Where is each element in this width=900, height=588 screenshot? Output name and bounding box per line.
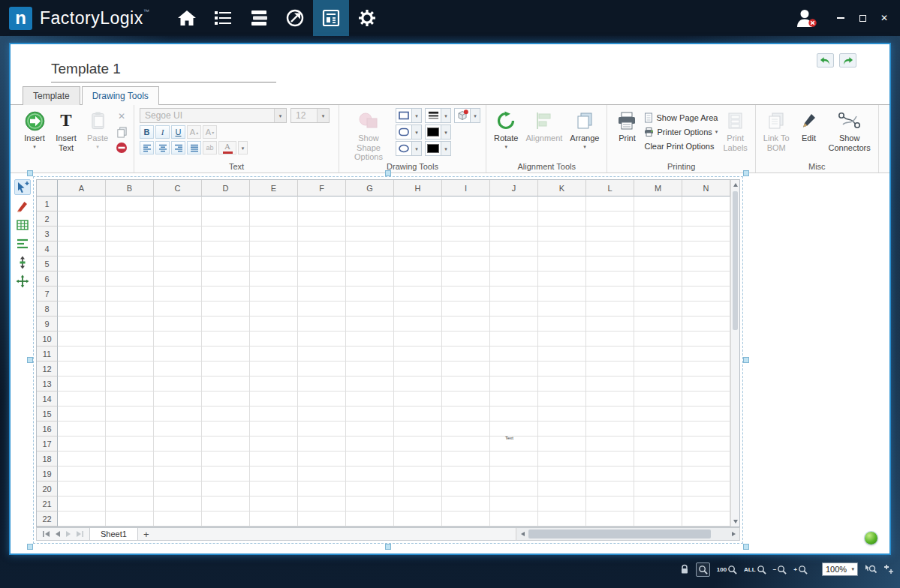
cell-K22[interactable] (538, 512, 586, 526)
cell-A1[interactable] (58, 196, 106, 212)
cell-L16[interactable] (586, 422, 634, 436)
cell-M22[interactable] (634, 512, 682, 526)
row-header-17[interactable]: 17 (37, 436, 58, 452)
cell-N22[interactable] (682, 512, 730, 526)
cell-B18[interactable] (106, 452, 154, 466)
cell-F6[interactable] (298, 272, 346, 286)
cell-E16[interactable] (250, 422, 298, 436)
cell-G21[interactable] (346, 496, 394, 512)
cell-C12[interactable] (154, 362, 202, 376)
cell-L14[interactable] (586, 392, 634, 406)
cell-I3[interactable] (442, 226, 490, 242)
cell-J9[interactable] (490, 316, 538, 332)
cell-L10[interactable] (586, 332, 634, 346)
cell-M13[interactable] (634, 376, 682, 392)
row-header-14[interactable]: 14 (37, 392, 58, 406)
cell-M10[interactable] (634, 332, 682, 346)
cell-J22[interactable] (490, 512, 538, 526)
resize-tool-button[interactable] (14, 254, 31, 270)
horizontal-scroll-thumb[interactable] (528, 530, 711, 538)
paste-button[interactable]: Paste ▾ (83, 108, 112, 152)
cell-H5[interactable] (394, 256, 442, 272)
cell-B19[interactable] (106, 466, 154, 482)
cell-G20[interactable] (346, 482, 394, 496)
cell-D18[interactable] (202, 452, 250, 466)
cell-K4[interactable] (538, 242, 586, 256)
show-connectors-button[interactable]: Show Connectors (826, 108, 873, 154)
link-to-bom-button[interactable]: Link To BOM (761, 108, 792, 154)
cell-H14[interactable] (394, 392, 442, 406)
cell-E5[interactable] (250, 256, 298, 272)
cell-M7[interactable] (634, 286, 682, 302)
cell-K6[interactable] (538, 272, 586, 286)
cell-A14[interactable] (58, 392, 106, 406)
cell-G19[interactable] (346, 466, 394, 482)
cell-I13[interactable] (442, 376, 490, 392)
cell-A5[interactable] (58, 256, 106, 272)
cell-B4[interactable] (106, 242, 154, 256)
table-tool-button[interactable] (14, 217, 31, 232)
cell-G13[interactable] (346, 376, 394, 392)
cell-J7[interactable] (490, 286, 538, 302)
cell-B10[interactable] (106, 332, 154, 346)
cell-C11[interactable] (154, 346, 202, 362)
cell-H20[interactable] (394, 482, 442, 496)
cell-E11[interactable] (250, 346, 298, 362)
cell-C8[interactable] (154, 302, 202, 316)
cell-H9[interactable] (394, 316, 442, 332)
cell-G7[interactable] (346, 286, 394, 302)
alignment-button[interactable]: Alignment (523, 108, 564, 145)
cell-M3[interactable] (634, 226, 682, 242)
cell-A12[interactable] (58, 362, 106, 376)
cell-B22[interactable] (106, 512, 154, 526)
cell-E10[interactable] (250, 332, 298, 346)
cell-D12[interactable] (202, 362, 250, 376)
selection-handle-bottom-right[interactable] (743, 544, 749, 550)
cell-C2[interactable] (154, 212, 202, 226)
selection-handle-bottom-left[interactable] (27, 544, 33, 550)
cell-D17[interactable] (202, 436, 250, 452)
cell-C1[interactable] (154, 196, 202, 212)
grid-corner-cell[interactable] (37, 180, 58, 196)
row-header-22[interactable]: 22 (37, 512, 58, 526)
cell-K7[interactable] (538, 286, 586, 302)
cell-G5[interactable] (346, 256, 394, 272)
row-header-10[interactable]: 10 (37, 332, 58, 346)
cell-H11[interactable] (394, 346, 442, 362)
cell-F3[interactable] (298, 226, 346, 242)
cell-I15[interactable] (442, 406, 490, 422)
zoom-out-button[interactable]: − (773, 565, 787, 574)
cell-K14[interactable] (538, 392, 586, 406)
cell-H15[interactable] (394, 406, 442, 422)
cell-B5[interactable] (106, 256, 154, 272)
cell-I2[interactable] (442, 212, 490, 226)
cell-C17[interactable] (154, 436, 202, 452)
cell-J21[interactable] (490, 496, 538, 512)
zoom-100-button[interactable]: 100 (717, 565, 737, 574)
nav-logistics-button[interactable] (277, 0, 313, 36)
align-center-button[interactable] (155, 141, 170, 154)
nav-production-button[interactable] (205, 0, 241, 36)
row-header-9[interactable]: 9 (37, 316, 58, 332)
line-color-dropdown[interactable]: ▾ (441, 124, 451, 140)
row-header-16[interactable]: 16 (37, 422, 58, 436)
shrink-font-button[interactable]: A▾ (203, 125, 217, 139)
cell-A21[interactable] (58, 496, 106, 512)
cell-C7[interactable] (154, 286, 202, 302)
grow-font-button[interactable]: A▴ (187, 125, 201, 139)
cell-F17[interactable] (298, 436, 346, 452)
cell-M16[interactable] (634, 422, 682, 436)
cell-A9[interactable] (58, 316, 106, 332)
nav-materials-button[interactable] (241, 0, 277, 36)
row-header-15[interactable]: 15 (37, 406, 58, 422)
cell-M11[interactable] (634, 346, 682, 362)
cell-J20[interactable] (490, 482, 538, 496)
cell-N10[interactable] (682, 332, 730, 346)
font-size-combo[interactable]: 12 ▾ (290, 108, 330, 123)
cell-L19[interactable] (586, 466, 634, 482)
cell-L13[interactable] (586, 376, 634, 392)
cell-K18[interactable] (538, 452, 586, 466)
cell-I5[interactable] (442, 256, 490, 272)
cell-D2[interactable] (202, 212, 250, 226)
cell-D13[interactable] (202, 376, 250, 392)
